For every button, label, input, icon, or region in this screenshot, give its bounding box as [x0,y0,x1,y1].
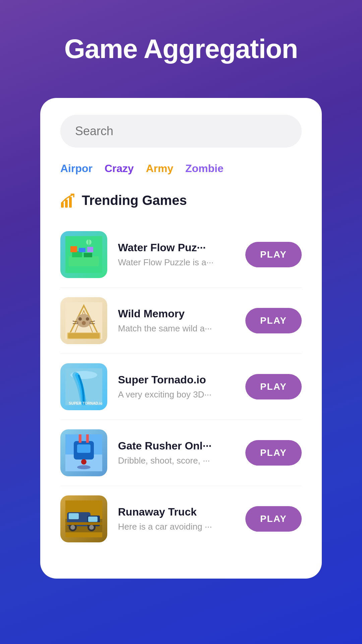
tag-item[interactable]: Crazy [105,162,134,175]
svg-rect-8 [79,248,85,252]
game-thumbnail: SUPER TORNAD.io [60,363,107,410]
game-desc: Here is a car avoiding ··· [118,522,235,532]
game-item: Runaway TruckHere is a car avoiding ···P… [60,486,302,552]
game-name: Runaway Truck [118,506,235,518]
game-thumbnail [60,297,107,344]
svg-rect-9 [87,247,93,252]
game-name: Gate Rusher Onl··· [118,440,235,452]
tag-item[interactable]: Airpor [60,162,93,175]
game-name: Wild Memory [118,308,235,320]
svg-point-32 [81,459,86,465]
tag-item[interactable]: Army [146,162,173,175]
svg-rect-31 [77,444,90,453]
game-desc: Water Flow Puzzle is a··· [118,257,235,268]
tag-list: AirporCrazyArmyZombie [60,162,302,175]
play-button[interactable]: PLAY [245,440,302,466]
game-thumbnail [60,231,107,278]
svg-rect-33 [79,434,81,443]
section-header: Trending Games [60,192,302,208]
game-name: Super Tornado.io [118,374,235,386]
game-info: Gate Rusher Onl···Dribble, shoot, score,… [118,440,235,466]
svg-point-43 [70,525,75,530]
game-info: Super Tornado.ioA very exciting boy 3D··… [118,374,235,400]
svg-point-17 [86,317,89,321]
game-name: Water Flow Puz··· [118,241,235,254]
svg-point-18 [82,321,86,325]
svg-point-35 [77,465,90,469]
svg-rect-46 [65,522,102,525]
play-button[interactable]: PLAY [245,308,302,333]
play-button[interactable]: PLAY [245,506,302,532]
play-button[interactable]: PLAY [245,374,302,399]
game-desc: Dribble, shoot, score, ··· [118,455,235,466]
svg-point-45 [89,525,94,530]
play-button[interactable]: PLAY [245,242,302,267]
game-desc: Match the same wild a··· [118,323,235,334]
svg-point-16 [78,317,82,321]
svg-rect-24 [68,333,100,338]
svg-rect-40 [69,513,79,519]
svg-rect-6 [84,253,92,257]
svg-rect-7 [70,246,77,252]
game-thumbnail [60,429,107,476]
svg-rect-1 [65,200,68,208]
game-info: Water Flow Puz···Water Flow Puzzle is a·… [118,241,235,268]
svg-rect-2 [69,197,72,208]
game-item: Wild MemoryMatch the same wild a···PLAY [60,288,302,354]
game-thumbnail [60,495,107,542]
svg-rect-34 [86,434,89,443]
svg-text:SUPER TORNAD.io: SUPER TORNAD.io [69,401,102,405]
game-info: Runaway TruckHere is a car avoiding ··· [118,506,235,532]
game-item: SUPER TORNAD.io Super Tornado.ioA very e… [60,354,302,420]
svg-rect-41 [88,517,98,522]
main-card: AirporCrazyArmyZombie Trending Games Wat… [40,98,322,579]
trending-icon [60,192,76,208]
game-info: Wild MemoryMatch the same wild a··· [118,308,235,334]
svg-rect-4 [69,256,99,266]
game-item: Gate Rusher Onl···Dribble, shoot, score,… [60,420,302,486]
page-title: Game Aggregation [64,34,298,64]
search-input[interactable] [60,115,302,148]
svg-point-15 [76,314,91,327]
section-title: Trending Games [82,193,187,208]
game-desc: A very exciting boy 3D··· [118,389,235,400]
tag-item[interactable]: Zombie [185,162,224,175]
game-list: Water Flow Puz···Water Flow Puzzle is a·… [60,222,302,552]
game-item: Water Flow Puz···Water Flow Puzzle is a·… [60,222,302,288]
